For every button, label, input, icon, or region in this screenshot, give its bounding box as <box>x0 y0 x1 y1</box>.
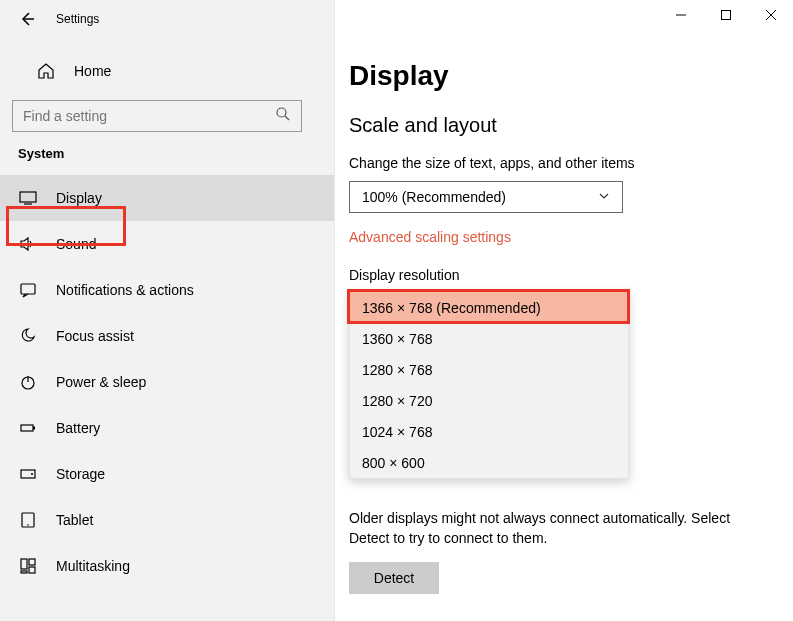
svg-rect-14 <box>721 11 730 20</box>
sidebar-home[interactable]: Home <box>0 48 334 94</box>
search-box[interactable] <box>12 100 302 132</box>
nav-label: Notifications & actions <box>56 282 194 298</box>
sidebar-item-power-sleep[interactable]: Power & sleep <box>0 359 334 405</box>
nav-label: Multitasking <box>56 558 130 574</box>
svg-point-7 <box>31 473 33 475</box>
sidebar-section-header: System <box>0 146 334 161</box>
nav-label: Focus assist <box>56 328 134 344</box>
detect-info-text: Older displays might not always connect … <box>349 509 771 548</box>
scale-section-title: Scale and layout <box>349 114 771 137</box>
svg-rect-10 <box>21 559 27 569</box>
storage-icon <box>18 464 38 484</box>
nav-label: Battery <box>56 420 100 436</box>
sidebar-item-notifications[interactable]: Notifications & actions <box>0 267 334 313</box>
nav-label: Display <box>56 190 102 206</box>
resolution-option[interactable]: 1366 × 768 (Recommended) <box>350 292 628 323</box>
advanced-scaling-link[interactable]: Advanced scaling settings <box>349 229 771 245</box>
svg-rect-11 <box>29 559 35 565</box>
window-controls <box>658 0 793 30</box>
sidebar-item-focus-assist[interactable]: Focus assist <box>0 313 334 359</box>
resolution-label: Display resolution <box>349 267 771 283</box>
svg-rect-2 <box>21 284 35 294</box>
resolution-option[interactable]: 1280 × 720 <box>350 385 628 416</box>
page-title: Display <box>349 60 771 92</box>
display-icon <box>18 188 38 208</box>
svg-rect-5 <box>33 427 35 430</box>
notifications-icon <box>18 280 38 300</box>
battery-icon <box>18 418 38 438</box>
search-container <box>0 100 334 132</box>
svg-rect-1 <box>20 192 36 202</box>
scale-value: 100% (Recommended) <box>362 189 506 205</box>
titlebar: Settings <box>0 0 334 38</box>
resolution-option[interactable]: 1360 × 768 <box>350 323 628 354</box>
multitasking-icon <box>18 556 38 576</box>
nav-label: Power & sleep <box>56 374 146 390</box>
sidebar-item-multitasking[interactable]: Multitasking <box>0 543 334 589</box>
focus-assist-icon <box>18 326 38 346</box>
svg-rect-12 <box>29 567 35 573</box>
search-icon <box>275 106 291 126</box>
nav-label: Sound <box>56 236 96 252</box>
scale-field-label: Change the size of text, apps, and other… <box>349 155 771 171</box>
close-button[interactable] <box>748 0 793 30</box>
nav-label: Tablet <box>56 512 93 528</box>
tablet-icon <box>18 510 38 530</box>
home-label: Home <box>74 63 111 79</box>
sidebar-item-tablet[interactable]: Tablet <box>0 497 334 543</box>
sidebar: Settings Home System Display Sound <box>0 0 335 621</box>
nav-label: Storage <box>56 466 105 482</box>
power-icon <box>18 372 38 392</box>
chevron-down-icon <box>598 189 610 205</box>
resolution-option[interactable]: 800 × 600 <box>350 447 628 478</box>
svg-rect-13 <box>21 571 27 573</box>
resolution-option[interactable]: 1280 × 768 <box>350 354 628 385</box>
svg-point-9 <box>27 524 29 526</box>
minimize-button[interactable] <box>658 0 703 30</box>
scale-combobox[interactable]: 100% (Recommended) <box>349 181 623 213</box>
window-title: Settings <box>56 12 99 26</box>
page-body: Display Scale and layout Change the size… <box>335 0 793 594</box>
sidebar-item-battery[interactable]: Battery <box>0 405 334 451</box>
resolution-option[interactable]: 1024 × 768 <box>350 416 628 447</box>
sidebar-item-sound[interactable]: Sound <box>0 221 334 267</box>
sidebar-item-display[interactable]: Display <box>0 175 334 221</box>
sound-icon <box>18 234 38 254</box>
maximize-button[interactable] <box>703 0 748 30</box>
back-arrow-icon[interactable] <box>18 10 36 28</box>
sidebar-item-storage[interactable]: Storage <box>0 451 334 497</box>
svg-point-0 <box>277 108 286 117</box>
svg-rect-4 <box>21 425 33 431</box>
detect-button[interactable]: Detect <box>349 562 439 594</box>
search-input[interactable] <box>23 108 263 124</box>
content: Display Scale and layout Change the size… <box>335 0 793 621</box>
resolution-dropdown[interactable]: 1366 × 768 (Recommended) 1360 × 768 1280… <box>349 291 629 479</box>
home-icon <box>36 61 56 81</box>
sidebar-nav: Display Sound Notifications & actions Fo… <box>0 175 334 589</box>
